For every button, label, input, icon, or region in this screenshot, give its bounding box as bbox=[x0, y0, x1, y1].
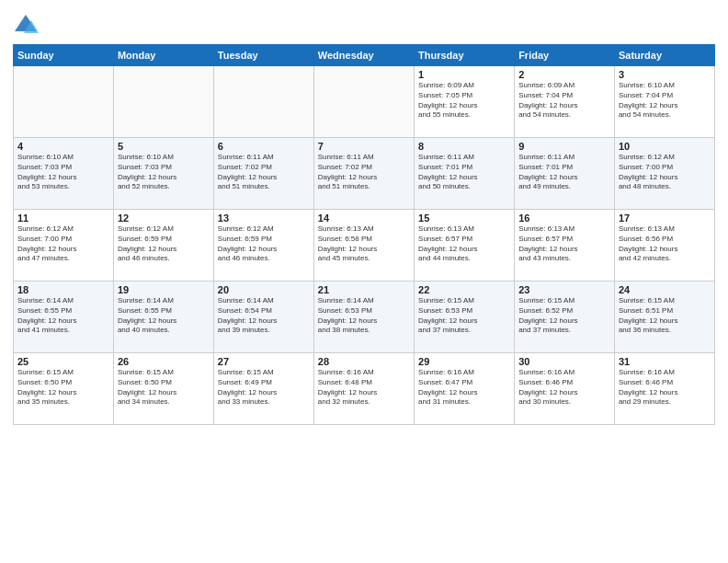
calendar-header-row: SundayMondayTuesdayWednesdayThursdayFrid… bbox=[14, 45, 715, 66]
calendar-week-5: 25Sunrise: 6:15 AM Sunset: 6:50 PM Dayli… bbox=[14, 353, 715, 425]
day-number: 17 bbox=[619, 213, 711, 224]
day-number: 11 bbox=[17, 213, 109, 224]
day-number: 13 bbox=[218, 213, 310, 224]
day-info: Sunrise: 6:16 AM Sunset: 6:46 PM Dayligh… bbox=[619, 368, 711, 408]
day-info: Sunrise: 6:13 AM Sunset: 6:57 PM Dayligh… bbox=[518, 224, 610, 264]
calendar-cell-10: 10Sunrise: 6:12 AM Sunset: 7:00 PM Dayli… bbox=[614, 138, 714, 210]
day-info: Sunrise: 6:16 AM Sunset: 6:48 PM Dayligh… bbox=[318, 368, 410, 408]
day-number: 21 bbox=[318, 284, 410, 295]
day-info: Sunrise: 6:15 AM Sunset: 6:53 PM Dayligh… bbox=[418, 296, 510, 336]
calendar-cell-16: 16Sunrise: 6:13 AM Sunset: 6:57 PM Dayli… bbox=[515, 210, 615, 282]
day-number: 20 bbox=[218, 284, 310, 295]
day-info: Sunrise: 6:09 AM Sunset: 7:05 PM Dayligh… bbox=[418, 81, 510, 121]
day-info: Sunrise: 6:14 AM Sunset: 6:55 PM Dayligh… bbox=[118, 296, 210, 336]
day-info: Sunrise: 6:11 AM Sunset: 7:02 PM Dayligh… bbox=[318, 153, 410, 192]
calendar-cell-11: 11Sunrise: 6:12 AM Sunset: 7:00 PM Dayli… bbox=[14, 210, 114, 282]
calendar-cell-3: 3Sunrise: 6:10 AM Sunset: 7:04 PM Daylig… bbox=[614, 66, 714, 138]
day-info: Sunrise: 6:15 AM Sunset: 6:51 PM Dayligh… bbox=[619, 296, 711, 336]
calendar-cell-25: 25Sunrise: 6:15 AM Sunset: 6:50 PM Dayli… bbox=[14, 353, 114, 425]
calendar-week-2: 4Sunrise: 6:10 AM Sunset: 7:03 PM Daylig… bbox=[14, 138, 715, 210]
calendar-cell-30: 30Sunrise: 6:16 AM Sunset: 6:46 PM Dayli… bbox=[515, 353, 615, 425]
day-number: 18 bbox=[17, 284, 109, 295]
day-info: Sunrise: 6:11 AM Sunset: 7:01 PM Dayligh… bbox=[518, 153, 610, 192]
header bbox=[13, 9, 715, 39]
calendar-cell-empty bbox=[113, 66, 213, 138]
day-number: 10 bbox=[619, 141, 711, 152]
calendar-header-friday: Friday bbox=[515, 45, 615, 66]
calendar-cell-28: 28Sunrise: 6:16 AM Sunset: 6:48 PM Dayli… bbox=[313, 353, 414, 425]
day-info: Sunrise: 6:12 AM Sunset: 7:00 PM Dayligh… bbox=[17, 224, 109, 264]
calendar-week-3: 11Sunrise: 6:12 AM Sunset: 7:00 PM Dayli… bbox=[14, 210, 715, 282]
day-number: 6 bbox=[218, 141, 310, 152]
calendar-cell-17: 17Sunrise: 6:13 AM Sunset: 6:56 PM Dayli… bbox=[614, 210, 714, 282]
calendar-cell-20: 20Sunrise: 6:14 AM Sunset: 6:54 PM Dayli… bbox=[213, 282, 313, 353]
calendar-cell-empty bbox=[213, 66, 313, 138]
calendar-cell-8: 8Sunrise: 6:11 AM Sunset: 7:01 PM Daylig… bbox=[415, 138, 515, 210]
calendar-cell-29: 29Sunrise: 6:16 AM Sunset: 6:47 PM Dayli… bbox=[415, 353, 515, 425]
day-number: 14 bbox=[318, 213, 410, 224]
day-info: Sunrise: 6:12 AM Sunset: 6:59 PM Dayligh… bbox=[118, 224, 210, 264]
day-info: Sunrise: 6:15 AM Sunset: 6:50 PM Dayligh… bbox=[17, 368, 109, 408]
day-info: Sunrise: 6:10 AM Sunset: 7:03 PM Dayligh… bbox=[118, 153, 210, 192]
calendar-header-tuesday: Tuesday bbox=[213, 45, 313, 66]
day-info: Sunrise: 6:13 AM Sunset: 6:56 PM Dayligh… bbox=[619, 224, 711, 264]
calendar-week-1: 1Sunrise: 6:09 AM Sunset: 7:05 PM Daylig… bbox=[14, 66, 715, 138]
calendar-header-sunday: Sunday bbox=[14, 45, 114, 66]
calendar-header-monday: Monday bbox=[113, 45, 213, 66]
day-info: Sunrise: 6:10 AM Sunset: 7:03 PM Dayligh… bbox=[17, 153, 109, 192]
day-number: 29 bbox=[418, 356, 510, 367]
day-number: 7 bbox=[318, 141, 410, 152]
day-number: 27 bbox=[218, 356, 310, 367]
day-number: 24 bbox=[619, 284, 711, 295]
day-number: 2 bbox=[518, 69, 610, 80]
calendar-cell-23: 23Sunrise: 6:15 AM Sunset: 6:52 PM Dayli… bbox=[515, 282, 615, 353]
day-info: Sunrise: 6:15 AM Sunset: 6:49 PM Dayligh… bbox=[218, 368, 310, 408]
calendar-cell-4: 4Sunrise: 6:10 AM Sunset: 7:03 PM Daylig… bbox=[14, 138, 114, 210]
day-info: Sunrise: 6:15 AM Sunset: 6:52 PM Dayligh… bbox=[518, 296, 610, 336]
calendar-cell-21: 21Sunrise: 6:14 AM Sunset: 6:53 PM Dayli… bbox=[313, 282, 414, 353]
calendar-cell-27: 27Sunrise: 6:15 AM Sunset: 6:49 PM Dayli… bbox=[213, 353, 313, 425]
calendar-cell-19: 19Sunrise: 6:14 AM Sunset: 6:55 PM Dayli… bbox=[113, 282, 213, 353]
logo-icon bbox=[13, 13, 39, 39]
day-info: Sunrise: 6:11 AM Sunset: 7:01 PM Dayligh… bbox=[418, 153, 510, 192]
day-info: Sunrise: 6:14 AM Sunset: 6:55 PM Dayligh… bbox=[17, 296, 109, 336]
day-info: Sunrise: 6:15 AM Sunset: 6:50 PM Dayligh… bbox=[118, 368, 210, 408]
calendar-cell-empty bbox=[313, 66, 414, 138]
calendar-cell-empty bbox=[14, 66, 114, 138]
day-number: 9 bbox=[518, 141, 610, 152]
day-number: 22 bbox=[418, 284, 510, 295]
day-number: 12 bbox=[118, 213, 210, 224]
day-number: 3 bbox=[619, 69, 711, 80]
calendar-cell-9: 9Sunrise: 6:11 AM Sunset: 7:01 PM Daylig… bbox=[515, 138, 615, 210]
day-number: 28 bbox=[318, 356, 410, 367]
calendar-cell-15: 15Sunrise: 6:13 AM Sunset: 6:57 PM Dayli… bbox=[415, 210, 515, 282]
day-number: 16 bbox=[518, 213, 610, 224]
calendar-cell-7: 7Sunrise: 6:11 AM Sunset: 7:02 PM Daylig… bbox=[313, 138, 414, 210]
calendar-header-wednesday: Wednesday bbox=[313, 45, 414, 66]
day-info: Sunrise: 6:12 AM Sunset: 7:00 PM Dayligh… bbox=[619, 153, 711, 192]
day-number: 30 bbox=[518, 356, 610, 367]
calendar-header-saturday: Saturday bbox=[614, 45, 714, 66]
day-info: Sunrise: 6:11 AM Sunset: 7:02 PM Dayligh… bbox=[218, 153, 310, 192]
day-number: 1 bbox=[418, 69, 510, 80]
day-info: Sunrise: 6:13 AM Sunset: 6:57 PM Dayligh… bbox=[418, 224, 510, 264]
day-number: 8 bbox=[418, 141, 510, 152]
calendar-cell-13: 13Sunrise: 6:12 AM Sunset: 6:59 PM Dayli… bbox=[213, 210, 313, 282]
calendar-cell-1: 1Sunrise: 6:09 AM Sunset: 7:05 PM Daylig… bbox=[415, 66, 515, 138]
calendar-cell-2: 2Sunrise: 6:09 AM Sunset: 7:04 PM Daylig… bbox=[515, 66, 615, 138]
day-number: 5 bbox=[118, 141, 210, 152]
day-info: Sunrise: 6:16 AM Sunset: 6:47 PM Dayligh… bbox=[418, 368, 510, 408]
day-number: 23 bbox=[518, 284, 610, 295]
day-number: 25 bbox=[17, 356, 109, 367]
day-number: 15 bbox=[418, 213, 510, 224]
calendar-header-thursday: Thursday bbox=[415, 45, 515, 66]
day-info: Sunrise: 6:14 AM Sunset: 6:54 PM Dayligh… bbox=[218, 296, 310, 336]
calendar-cell-18: 18Sunrise: 6:14 AM Sunset: 6:55 PM Dayli… bbox=[14, 282, 114, 353]
day-number: 19 bbox=[118, 284, 210, 295]
calendar-cell-5: 5Sunrise: 6:10 AM Sunset: 7:03 PM Daylig… bbox=[113, 138, 213, 210]
calendar-week-4: 18Sunrise: 6:14 AM Sunset: 6:55 PM Dayli… bbox=[14, 282, 715, 353]
day-number: 4 bbox=[17, 141, 109, 152]
day-info: Sunrise: 6:12 AM Sunset: 6:59 PM Dayligh… bbox=[218, 224, 310, 264]
calendar-table: SundayMondayTuesdayWednesdayThursdayFrid… bbox=[13, 44, 715, 425]
calendar-cell-26: 26Sunrise: 6:15 AM Sunset: 6:50 PM Dayli… bbox=[113, 353, 213, 425]
